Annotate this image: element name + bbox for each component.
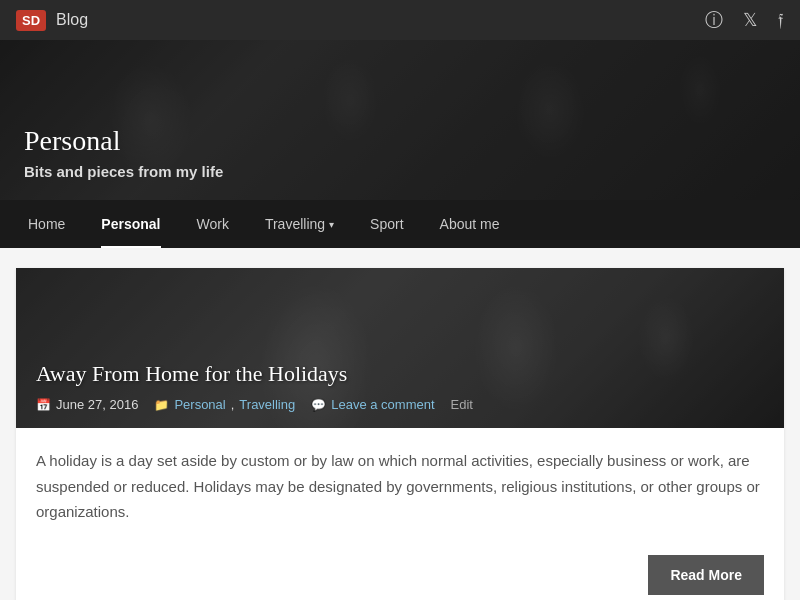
nav-item-home[interactable]: Home — [10, 200, 83, 248]
social-icons-group: ⓘ 𝕏 𝔣 — [705, 8, 784, 32]
hero-banner: Personal Bits and pieces from my life — [0, 40, 800, 200]
article-date: 📅 June 27, 2016 — [36, 397, 138, 412]
article-categories: 📁 Personal, Travelling — [154, 397, 295, 412]
twitter-icon[interactable]: 𝕏 — [743, 9, 758, 31]
article-card: Away From Home for the Holidays 📅 June 2… — [16, 268, 784, 600]
top-bar-left: SD Blog — [16, 10, 88, 31]
category-travelling[interactable]: Travelling — [239, 397, 295, 412]
sd-logo[interactable]: SD — [16, 10, 46, 31]
article-title-wrap: Away From Home for the Holidays 📅 June 2… — [36, 361, 473, 412]
category-personal[interactable]: Personal — [174, 397, 225, 412]
top-bar: SD Blog ⓘ 𝕏 𝔣 — [0, 0, 800, 40]
hero-subtitle: Bits and pieces from my life — [24, 163, 223, 180]
nav-item-work[interactable]: Work — [179, 200, 247, 248]
chevron-down-icon: ▾ — [329, 219, 334, 230]
folder-icon: 📁 — [154, 398, 169, 412]
nav-item-personal[interactable]: Personal — [83, 200, 178, 248]
hero-title: Personal — [24, 125, 223, 157]
article-comment: 💬 Leave a comment — [311, 397, 434, 412]
nav-item-about-me[interactable]: About me — [422, 200, 518, 248]
blog-title: Blog — [56, 11, 88, 29]
hero-text: Personal Bits and pieces from my life — [24, 125, 223, 180]
comment-icon: 💬 — [311, 398, 326, 412]
calendar-icon: 📅 — [36, 398, 51, 412]
article-meta: 📅 June 27, 2016 📁 Personal, Travelling 💬… — [36, 397, 473, 412]
article-edit[interactable]: Edit — [451, 397, 473, 412]
instagram-icon[interactable]: ⓘ — [705, 8, 723, 32]
article-title: Away From Home for the Holidays — [36, 361, 473, 387]
article-footer: Read More — [16, 545, 784, 601]
nav-item-travelling[interactable]: Travelling ▾ — [247, 200, 352, 248]
read-more-button[interactable]: Read More — [648, 555, 764, 595]
leave-comment-link[interactable]: Leave a comment — [331, 397, 434, 412]
facebook-icon[interactable]: 𝔣 — [778, 10, 784, 31]
article-body: A holiday is a day set aside by custom o… — [16, 428, 784, 545]
nav-bar: Home Personal Work Travelling ▾ Sport Ab… — [0, 200, 800, 248]
nav-item-sport[interactable]: Sport — [352, 200, 421, 248]
main-content: Away From Home for the Holidays 📅 June 2… — [0, 248, 800, 600]
article-image: Away From Home for the Holidays 📅 June 2… — [16, 268, 784, 428]
article-excerpt: A holiday is a day set aside by custom o… — [36, 448, 764, 525]
